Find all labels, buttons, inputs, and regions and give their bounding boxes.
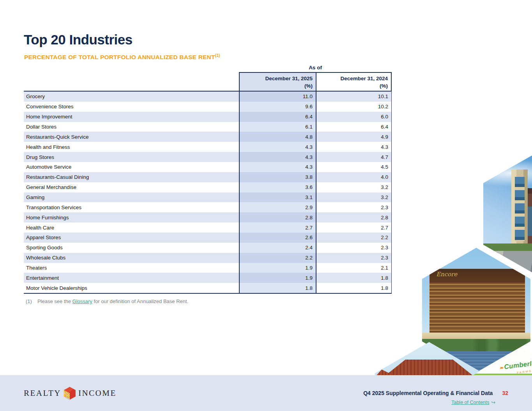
industry-cell: Home Furnishings bbox=[24, 212, 239, 222]
pct-2024-cell: 1.8 bbox=[316, 273, 392, 283]
industry-cell: Apparel Stores bbox=[24, 233, 239, 243]
pct-2025-cell: 4.8 bbox=[239, 132, 316, 142]
industry-cell: Restaurants-Casual Dining bbox=[24, 172, 239, 182]
table-row: Gaming3.13.2 bbox=[24, 192, 392, 203]
encore-sign-label: Encore bbox=[436, 271, 457, 278]
table-row: Home Furnishings2.82.8 bbox=[24, 212, 392, 222]
page-title: Top 20 Industries bbox=[24, 32, 133, 48]
industry-cell: Sporting Goods bbox=[24, 243, 239, 253]
pct-2024-cell: 1.8 bbox=[316, 283, 392, 293]
industry-cell: Gaming bbox=[24, 192, 239, 203]
industry-cell: Automotive Service bbox=[24, 162, 239, 172]
pct-2024-cell: 2.3 bbox=[316, 243, 392, 253]
pct-2025-cell: 11.0 bbox=[239, 92, 316, 102]
subtitle-footnote-marker: (1) bbox=[215, 53, 220, 58]
column-header-2024-unit: (%) bbox=[316, 82, 388, 90]
table-row: Apparel Stores2.62.2 bbox=[24, 233, 392, 243]
table-row: Wholesale Clubs2.22.3 bbox=[24, 253, 392, 263]
footnote-text-before: Please see the bbox=[37, 298, 72, 304]
industry-cell: Entertainment bbox=[24, 273, 239, 283]
pct-2025-cell: 3.6 bbox=[239, 182, 316, 192]
pct-2024-cell: 2.8 bbox=[316, 212, 392, 222]
footnote-marker: (1) bbox=[26, 298, 32, 304]
pct-2024-cell: 4.0 bbox=[316, 172, 392, 182]
pct-2025-cell: 2.7 bbox=[239, 222, 316, 233]
table-row: Health Care2.72.7 bbox=[24, 222, 392, 233]
industry-cell: Home Improvement bbox=[24, 112, 239, 122]
industry-cell: Health and Fitness bbox=[24, 142, 239, 152]
glossary-link[interactable]: Glossary bbox=[72, 298, 92, 304]
table-row: Dollar Stores6.16.4 bbox=[24, 122, 392, 132]
subtitle-text: PERCENTAGE OF TOTAL PORTFOLIO ANNUALIZED… bbox=[24, 54, 215, 60]
pct-2025-cell: 9.6 bbox=[239, 102, 316, 112]
sunburst-rays-icon bbox=[64, 390, 70, 400]
pct-2025-cell: 2.4 bbox=[239, 243, 316, 253]
pct-2024-cell: 4.5 bbox=[316, 162, 392, 172]
table-row: Transportation Services2.92.3 bbox=[24, 202, 392, 212]
pct-2025-cell: 2.8 bbox=[239, 212, 316, 222]
industry-cell: General Merchandise bbox=[24, 182, 239, 192]
industry-cell: Restaurants-Quick Service bbox=[24, 132, 239, 142]
pct-2025-cell: 1.8 bbox=[239, 283, 316, 293]
table-row: Theaters1.92.1 bbox=[24, 263, 392, 273]
industry-cell: Health Care bbox=[24, 222, 239, 233]
column-header-2025: December 31, 2025 (%) bbox=[240, 73, 316, 91]
pct-2024-cell: 2.2 bbox=[316, 233, 392, 243]
pct-2025-cell: 3.8 bbox=[239, 172, 316, 182]
footnote-text-after: for our definition of Annualized Base Re… bbox=[92, 298, 188, 304]
page-number: 32 bbox=[502, 390, 508, 396]
footer-title-line: Q4 2025 Supplemental Operating & Financi… bbox=[363, 390, 508, 397]
pct-2025-cell: 2.9 bbox=[239, 202, 316, 212]
industry-cell: Dollar Stores bbox=[24, 122, 239, 132]
pct-2024-cell: 4.7 bbox=[316, 152, 392, 162]
pct-2025-cell: 6.1 bbox=[239, 122, 316, 132]
industry-cell: Convenience Stores bbox=[24, 102, 239, 112]
document-title: Q4 2025 Supplemental Operating & Financi… bbox=[363, 390, 493, 396]
pct-2024-cell: 10.1 bbox=[316, 92, 392, 102]
industry-cell: Grocery bbox=[24, 92, 239, 102]
pct-2025-cell: 1.9 bbox=[239, 273, 316, 283]
table-row: Convenience Stores9.610.2 bbox=[24, 102, 392, 112]
industries-table: December 31, 2025 (%) December 31, 2024 … bbox=[24, 72, 392, 294]
pct-2025-cell: 4.3 bbox=[239, 152, 316, 162]
column-header-2025-label: December 31, 2025 bbox=[240, 75, 313, 82]
table-row: Sporting Goods2.42.3 bbox=[24, 243, 392, 253]
page-subtitle: PERCENTAGE OF TOTAL PORTFOLIO ANNUALIZED… bbox=[24, 53, 220, 61]
table-row: Drug Stores4.34.7 bbox=[24, 152, 392, 162]
pct-2024-cell: 2.1 bbox=[316, 263, 392, 273]
table-of-contents-link[interactable]: Table of Contents bbox=[451, 400, 489, 405]
footer-right-block: Q4 2025 Supplemental Operating & Financi… bbox=[363, 390, 508, 405]
pct-2024-cell: 2.7 bbox=[316, 222, 392, 233]
table-row: Home Improvement6.46.0 bbox=[24, 112, 392, 122]
pct-2025-cell: 2.6 bbox=[239, 233, 316, 243]
pct-2025-cell: 6.4 bbox=[239, 112, 316, 122]
pct-2024-cell: 4.3 bbox=[316, 142, 392, 152]
pct-2024-cell: 6.0 bbox=[316, 112, 392, 122]
industry-cell: Motor Vehicle Dealerships bbox=[24, 283, 239, 293]
pct-2024-cell: 2.3 bbox=[316, 202, 392, 212]
pct-2024-cell: 10.2 bbox=[316, 102, 392, 112]
logo-word-income: INCOME bbox=[78, 388, 117, 398]
column-header-2025-unit: (%) bbox=[240, 82, 313, 90]
pct-2024-cell: 4.9 bbox=[316, 132, 392, 142]
table-of-contents-line: Table of Contents↪ bbox=[363, 399, 495, 405]
column-header-2024: December 31, 2024 (%) bbox=[316, 73, 391, 91]
table-row: Grocery11.010.1 bbox=[24, 92, 392, 102]
table-row: Entertainment1.91.8 bbox=[24, 273, 392, 283]
column-header-2024-label: December 31, 2024 bbox=[316, 75, 388, 82]
table-row: Motor Vehicle Dealerships1.81.8 bbox=[24, 283, 392, 293]
pct-2025-cell: 3.1 bbox=[239, 192, 316, 203]
return-arrow-icon: ↪ bbox=[491, 399, 495, 405]
realty-income-cube-icon bbox=[64, 387, 76, 400]
table-row: Restaurants-Casual Dining3.84.0 bbox=[24, 172, 392, 182]
as-of-label: As of bbox=[239, 65, 392, 71]
pct-2025-cell: 4.3 bbox=[239, 162, 316, 172]
pct-2024-cell: 2.3 bbox=[316, 253, 392, 263]
pct-2024-cell: 3.2 bbox=[316, 192, 392, 203]
table-body: Grocery11.010.1Convenience Stores9.610.2… bbox=[24, 91, 392, 294]
table-row: General Merchandise3.63.2 bbox=[24, 182, 392, 192]
table-row: Health and Fitness4.34.3 bbox=[24, 142, 392, 152]
photo-tower-windows bbox=[515, 177, 525, 241]
pct-2025-cell: 4.3 bbox=[239, 142, 316, 152]
industry-cell: Theaters bbox=[24, 263, 239, 273]
